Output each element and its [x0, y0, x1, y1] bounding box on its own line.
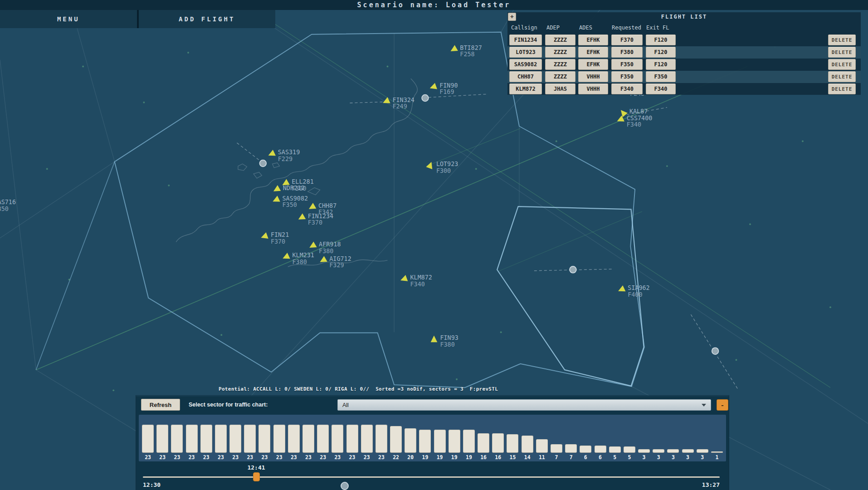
refresh-button[interactable]: Refresh: [141, 399, 180, 411]
flight-callsign-field[interactable]: KLM872: [509, 83, 542, 94]
scenario-editor-app: BTI827F258FIN90F169FIN324F249KAL87CSS740…: [0, 0, 868, 490]
traffic-bar-column: 14: [520, 415, 535, 461]
traffic-bar: [229, 425, 241, 453]
flight-callsign-field[interactable]: CHH87: [509, 71, 542, 82]
flight-row-KLM872: KLM872JHASVHHHF340F340DELETE: [507, 83, 861, 95]
flight-exit-fl-field[interactable]: F340: [646, 83, 676, 94]
traffic-bar-column: 23: [374, 415, 389, 461]
aircraft-callsign-label: KLM231: [293, 252, 314, 259]
traffic-bar-value: 7: [555, 454, 558, 461]
traffic-bar-column: 23: [228, 415, 243, 461]
traffic-bar-value: 23: [203, 454, 210, 461]
flight-exit-fl-field[interactable]: F120: [646, 59, 676, 70]
scenario-title: Scenario name: Load Tester: [0, 0, 868, 10]
column-header-ades: ADES: [579, 24, 592, 31]
delete-flight-button[interactable]: DELETE: [828, 47, 856, 58]
traffic-bar-value: 23: [305, 454, 312, 461]
traffic-bar: [317, 425, 329, 453]
traffic-bar: [565, 444, 577, 453]
traffic-bar-value: 23: [378, 454, 385, 461]
collapse-panel-button[interactable]: -: [717, 399, 728, 411]
traffic-bar-column: 23: [316, 415, 330, 461]
traffic-bar-value: 23: [349, 454, 356, 461]
traffic-bar: [536, 439, 548, 453]
traffic-bar-column: 23: [243, 415, 257, 461]
timeline-current-time: 12:41: [238, 464, 274, 471]
aircraft-fl-label: F380: [319, 248, 333, 255]
flight-ades-field[interactable]: VHHH: [578, 71, 608, 82]
flight-requested-field[interactable]: F350: [611, 71, 643, 82]
flight-requested-field[interactable]: F340: [611, 83, 643, 94]
traffic-bar-column: 3: [695, 415, 710, 461]
flight-adep-field[interactable]: JHAS: [545, 83, 575, 94]
flight-ades-field[interactable]: EFHK: [578, 59, 608, 70]
traffic-bar-column: 19: [432, 415, 447, 461]
flight-exit-fl-field[interactable]: F120: [646, 47, 676, 58]
traffic-bar-value: 16: [480, 454, 487, 461]
sector-select-dropdown[interactable]: All: [337, 399, 711, 411]
flight-requested-field[interactable]: F350: [611, 59, 643, 70]
flight-requested-field[interactable]: F380: [611, 47, 643, 58]
traffic-bar-column: 5: [622, 415, 637, 461]
traffic-bar: [638, 449, 650, 453]
flight-ades-field[interactable]: VHHH: [578, 83, 608, 94]
flight-exit-fl-field[interactable]: F120: [646, 34, 676, 45]
traffic-bar: [463, 430, 475, 453]
flight-requested-field[interactable]: F370: [611, 34, 643, 45]
traffic-bar-value: 23: [334, 454, 341, 461]
traffic-bar-column: 19: [447, 415, 462, 461]
flight-adep-field[interactable]: ZZZZ: [545, 59, 575, 70]
timeline-handle[interactable]: [253, 472, 260, 481]
traffic-bar-column: 23: [345, 415, 359, 461]
traffic-bar: [200, 425, 212, 453]
flight-exit-fl-field[interactable]: F350: [646, 71, 676, 82]
traffic-bar-column: 23: [330, 415, 345, 461]
traffic-bar-value: 23: [276, 454, 283, 461]
traffic-bar-column: 20: [403, 415, 418, 461]
delete-flight-button[interactable]: DELETE: [828, 59, 856, 70]
traffic-bar-column: 3: [651, 415, 666, 461]
flight-adep-field[interactable]: ZZZZ: [545, 34, 575, 45]
delete-flight-button[interactable]: DELETE: [828, 34, 856, 45]
flight-adep-field[interactable]: ZZZZ: [545, 47, 575, 58]
traffic-bar-column: 23: [257, 415, 272, 461]
traffic-bar-column: 23: [272, 415, 287, 461]
aircraft-callsign-label: SAS716: [0, 199, 16, 206]
column-header-callsign: Callsign: [511, 24, 537, 31]
traffic-bar-value: 22: [393, 454, 399, 461]
traffic-bar-value: 19: [422, 454, 428, 461]
flight-ades-field[interactable]: EFHK: [578, 47, 608, 58]
menu-button[interactable]: MENU: [0, 10, 137, 28]
flight-ades-field[interactable]: EFHK: [578, 34, 608, 45]
traffic-bar-column: 23: [199, 415, 214, 461]
traffic-bar-value: 23: [189, 454, 195, 461]
delete-flight-button[interactable]: DELETE: [828, 71, 856, 82]
traffic-bar-column: 15: [505, 415, 520, 461]
chevron-down-icon: [702, 404, 706, 407]
traffic-bar-value: 23: [364, 454, 370, 461]
flight-callsign-field[interactable]: LOT923: [509, 47, 542, 58]
add-flight-button[interactable]: ADD FLIGHT: [139, 10, 276, 28]
column-header-requested: Requested: [612, 24, 641, 31]
traffic-bar-value: 6: [599, 454, 602, 461]
aircraft-fl-label: F350: [283, 201, 297, 208]
traffic-bar: [711, 451, 723, 453]
aircraft-callsign-label: FIN93: [440, 334, 458, 341]
traffic-bar-value: 19: [451, 454, 458, 461]
traffic-bar: [375, 425, 387, 453]
flight-callsign-field[interactable]: SAS9082: [509, 59, 542, 70]
aircraft-fl-label: F258: [460, 51, 474, 58]
aircraft-fl-label: F169: [439, 88, 454, 95]
timeline-track[interactable]: [143, 476, 720, 478]
delete-flight-button[interactable]: DELETE: [828, 83, 856, 94]
flight-callsign-field[interactable]: FIN1234: [509, 34, 542, 45]
aircraft-fl-label: F350: [0, 206, 9, 212]
traffic-bar-column: 22: [389, 415, 403, 461]
column-header-exit-fl: Exit FL: [646, 24, 669, 31]
traffic-bar-column: 16: [491, 415, 505, 461]
aircraft-fl-label: F229: [278, 156, 293, 162]
sector-selected-value: All: [342, 402, 349, 408]
flight-adep-field[interactable]: ZZZZ: [545, 71, 575, 82]
aircraft-fl-label: F340: [627, 121, 641, 128]
traffic-bar-column: 19: [462, 415, 476, 461]
